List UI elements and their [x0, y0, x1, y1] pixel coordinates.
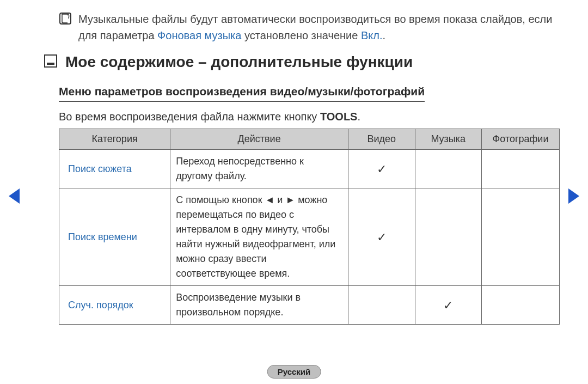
intro-btn: TOOLS	[320, 111, 358, 123]
intro-pre: Во время воспроизведения файла нажмите к…	[59, 111, 317, 123]
table-row: Поиск времени С помощью кнопок ◄ и ► мож…	[59, 188, 560, 286]
svg-rect-0	[60, 13, 71, 24]
cell-photo	[482, 286, 560, 325]
note-hl2: Вкл.	[361, 29, 383, 41]
svg-rect-2	[47, 63, 54, 65]
table-header-row: Категория Действие Видео Музыка Фотограф…	[59, 129, 560, 150]
svg-rect-1	[45, 55, 57, 67]
th-music: Музыка	[415, 129, 482, 150]
next-page-arrow[interactable]	[568, 188, 579, 204]
th-photo: Фотографии	[482, 129, 560, 150]
intro-suffix: .	[357, 111, 360, 123]
cell-music: ✓	[415, 286, 482, 325]
section-title: Мое содержимое – дополнительные функции	[65, 53, 413, 71]
intro-text: Во время воспроизведения файла нажмите к…	[59, 111, 555, 123]
subheading: Меню параметров воспроизведения видео/му…	[59, 85, 425, 102]
cell-category: Случ. порядок	[59, 286, 170, 325]
note-suffix: .	[383, 29, 386, 41]
cell-action: Переход непосредственно к другому файлу.	[170, 150, 348, 188]
cell-photo	[482, 150, 560, 188]
cell-video: ✓	[348, 188, 415, 286]
cell-category: Поиск времени	[59, 188, 170, 286]
cell-action: Воспроизведение музыки в произвольном по…	[170, 286, 348, 325]
table-row: Поиск сюжета Переход непосредственно к д…	[59, 150, 560, 188]
table-row: Случ. порядок Воспроизведение музыки в п…	[59, 286, 560, 325]
note-text: Музыкальные файлы будут автоматически во…	[78, 11, 555, 44]
cell-video	[348, 286, 415, 325]
th-action: Действие	[170, 129, 348, 150]
options-table: Категория Действие Видео Музыка Фотограф…	[59, 129, 560, 325]
note-mid: установлено значение	[244, 29, 358, 41]
cell-music	[415, 150, 482, 188]
th-category: Категория	[59, 129, 170, 150]
language-badge: Русский	[267, 365, 321, 379]
cell-action: С помощью кнопок ◄ и ► можно перемещатьс…	[170, 188, 348, 286]
note-icon	[59, 12, 72, 27]
section-bullet-icon	[44, 54, 58, 70]
cell-category: Поиск сюжета	[59, 150, 170, 188]
cell-music	[415, 188, 482, 286]
prev-page-arrow[interactable]	[9, 188, 20, 204]
th-video: Видео	[348, 129, 415, 150]
cell-photo	[482, 188, 560, 286]
cell-video: ✓	[348, 150, 415, 188]
note-hl1: Фоновая музыка	[157, 29, 241, 41]
